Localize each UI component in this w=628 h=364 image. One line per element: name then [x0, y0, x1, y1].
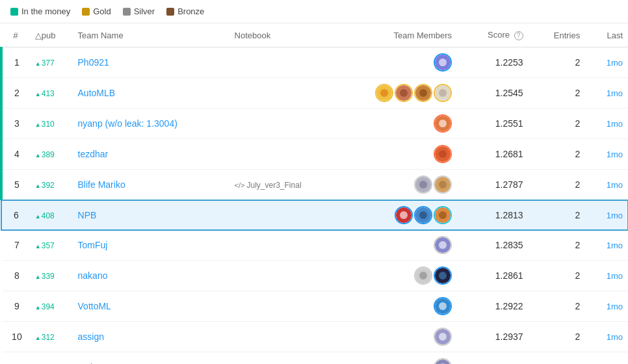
- svg-point-17: [439, 181, 447, 188]
- table-row[interactable]: 8 339 nakano 1.2861 2 1mo: [1, 261, 628, 291]
- table-row[interactable]: 6 408 NPB 1.2813 2 1mo: [1, 200, 628, 231]
- table-row[interactable]: 2 413 AutoMLB 1.2545 2 1mo: [1, 78, 628, 109]
- notebook-cell: [229, 352, 343, 365]
- entries-cell: 2: [529, 261, 586, 291]
- entries-cell: 2: [529, 47, 586, 78]
- avatars-container: [348, 145, 452, 163]
- notebook-cell: [229, 109, 343, 139]
- col-header-name: Team Name: [73, 23, 229, 47]
- svg-point-11: [439, 120, 447, 127]
- avatars-container: [348, 297, 452, 315]
- col-header-delta: △pub: [30, 23, 73, 47]
- svg-point-33: [439, 333, 447, 341]
- svg-point-15: [419, 181, 427, 188]
- col-header-rank: #: [1, 23, 30, 47]
- members-cell: [343, 291, 457, 322]
- members-cell: [343, 261, 457, 291]
- legend-item-in-the-money: In the money: [10, 6, 70, 16]
- last-cell: 1mo: [585, 230, 628, 261]
- name-cell: assign: [73, 322, 229, 352]
- entries-cell: 2: [529, 109, 586, 139]
- team-name[interactable]: Ph0921: [78, 57, 109, 68]
- name-cell: nakano: [73, 261, 229, 291]
- last-cell: 1mo: [585, 261, 628, 291]
- notebook-link[interactable]: July_ver3_Final: [235, 181, 302, 190]
- legend-item-silver: Silver: [123, 6, 155, 16]
- table-row[interactable]: 3 310 nyanp (w/o leak: 1.3004) 1.2551 2 …: [1, 109, 628, 139]
- delta-value: 377: [35, 58, 55, 68]
- legend-label-bronze: Bronze: [177, 6, 204, 16]
- svg-point-31: [439, 302, 447, 310]
- delta-value: 310: [35, 120, 55, 129]
- avatars-container: [348, 266, 452, 285]
- team-name[interactable]: nakano: [78, 270, 108, 281]
- svg-point-3: [380, 89, 388, 97]
- entries-cell: 2: [529, 200, 586, 231]
- team-name[interactable]: NPB: [78, 210, 97, 220]
- rank-cell: 3: [1, 109, 30, 139]
- svg-point-13: [439, 150, 447, 158]
- last-cell: 1mo: [585, 78, 628, 109]
- team-name[interactable]: assign: [78, 332, 104, 342]
- delta-value: 339: [35, 272, 55, 281]
- notebook-cell: [229, 78, 343, 109]
- svg-point-34: [435, 359, 451, 364]
- delta-cell: 392: [30, 170, 73, 200]
- entries-cell: 2: [529, 78, 586, 109]
- delta-cell: 383: [30, 352, 73, 365]
- score-info-icon: ?: [514, 31, 523, 40]
- notebook-cell: [229, 139, 343, 170]
- rank-cell: 10: [1, 322, 30, 352]
- last-cell: 1mo: [585, 170, 628, 200]
- svg-point-9: [439, 89, 447, 97]
- legend-dot-bronze: [166, 8, 174, 16]
- svg-point-7: [419, 89, 427, 97]
- members-cell: [343, 109, 457, 139]
- last-cell: 1mo: [585, 200, 628, 231]
- avatars-container: [348, 114, 452, 133]
- avatars-container: [348, 236, 452, 254]
- team-name[interactable]: AutoMLB: [78, 88, 116, 98]
- team-name[interactable]: tezdhar: [78, 149, 109, 159]
- avatars-container: [348, 176, 452, 194]
- entries-cell: 2: [529, 170, 586, 200]
- table-row[interactable]: 9 394 VottoML 1.2922 2 1mo: [1, 291, 628, 322]
- legend-item-bronze: Bronze: [166, 6, 204, 16]
- delta-value: 408: [35, 211, 55, 220]
- delta-cell: 310: [30, 109, 73, 139]
- table-row[interactable]: 10 312 assign 1.2937 2 1mo: [1, 322, 628, 352]
- svg-point-23: [439, 211, 447, 219]
- rank-cell: 1: [1, 47, 30, 78]
- team-name[interactable]: TomFuj: [78, 240, 108, 250]
- score-cell: 1.2938: [457, 352, 529, 365]
- svg-point-25: [439, 241, 447, 249]
- table-row[interactable]: 5 392 Blife Mariko July_ver3_Final 1.278…: [1, 170, 628, 200]
- table-row[interactable]: 11 383 Makotu 1.2938 2 1mo: [1, 352, 628, 365]
- team-name[interactable]: VottoML: [78, 301, 111, 311]
- col-header-notebook: Notebook: [229, 23, 343, 47]
- notebook-cell: [229, 261, 343, 291]
- avatars-container: [348, 84, 452, 102]
- delta-cell: 377: [30, 47, 73, 78]
- members-cell: [343, 200, 457, 231]
- delta-cell: 357: [30, 230, 73, 261]
- legend-label-silver: Silver: [134, 6, 155, 16]
- delta-cell: 339: [30, 261, 73, 291]
- score-cell: 1.2922: [457, 291, 529, 322]
- legend-label-gold: Gold: [93, 6, 111, 16]
- table-row[interactable]: 4 389 tezdhar 1.2681 2 1mo: [1, 139, 628, 170]
- delta-cell: 413: [30, 78, 73, 109]
- col-header-score: Score ?: [457, 23, 529, 47]
- avatars-container: [348, 328, 452, 346]
- name-cell: Ph0921: [73, 47, 229, 78]
- entries-cell: 2: [529, 352, 586, 365]
- team-name[interactable]: nyanp (w/o leak: 1.3004): [78, 118, 177, 129]
- notebook-cell: [229, 200, 343, 231]
- members-cell: [343, 230, 457, 261]
- table-row[interactable]: 1 377 Ph0921 1.2253 2 1mo: [1, 47, 628, 78]
- delta-value: 389: [35, 150, 55, 159]
- table-row[interactable]: 7 357 TomFuj 1.2835 2 1mo: [1, 230, 628, 261]
- svg-point-21: [419, 211, 427, 219]
- delta-value: 413: [35, 89, 55, 98]
- team-name[interactable]: Blife Mariko: [78, 179, 125, 190]
